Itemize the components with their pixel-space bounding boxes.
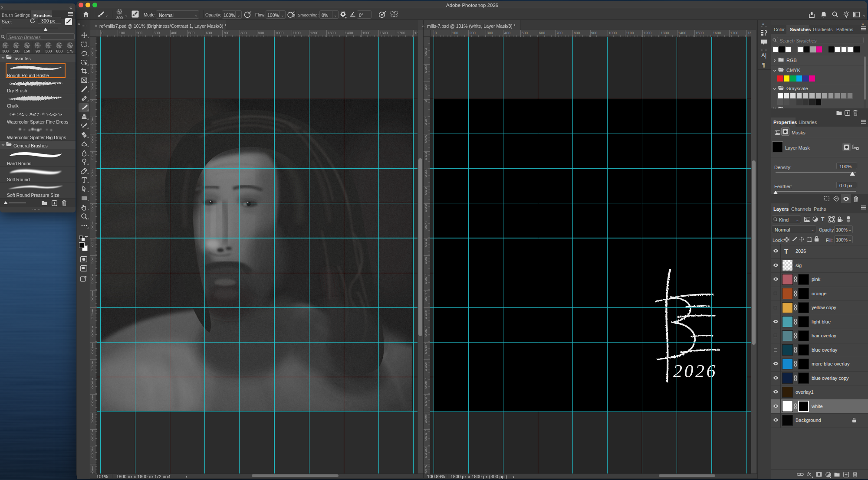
svg-text:2026: 2026 xyxy=(673,361,717,381)
